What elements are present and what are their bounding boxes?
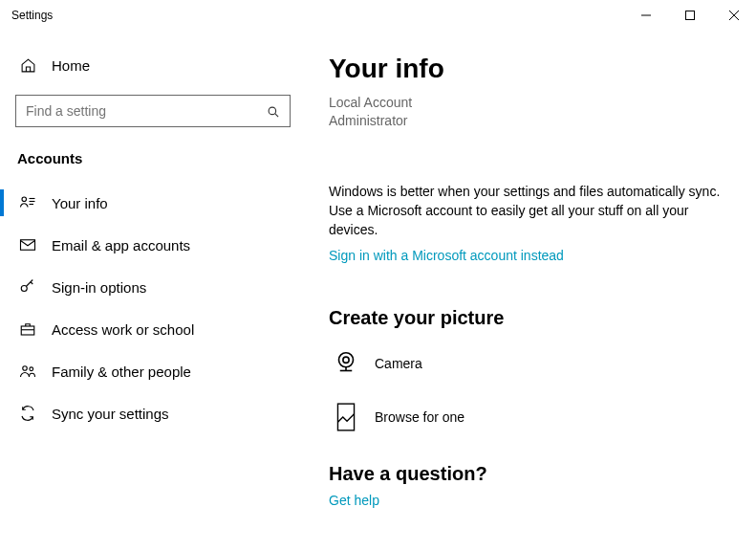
sidebar-item-sync-your-settings[interactable]: Sync your settings [0,392,306,434]
svg-point-11 [21,286,27,292]
main-content: Your info Local Account Administrator Wi… [306,31,756,551]
svg-point-6 [22,197,27,202]
svg-point-16 [339,352,354,366]
browse-label: Browse for one [375,409,464,425]
svg-point-17 [343,357,349,363]
page-title: Your info [329,54,729,84]
camera-label: Camera [375,356,422,371]
minimize-button[interactable] [624,0,668,31]
window-title: Settings [11,9,53,22]
create-picture-title: Create your picture [329,307,729,329]
sidebar-item-access-work-or-school[interactable]: Access work or school [0,308,306,350]
sidebar-item-sign-in-options[interactable]: Sign-in options [0,266,306,308]
svg-rect-1 [686,11,695,20]
sign-in-microsoft-link[interactable]: Sign in with a Microsoft account instead [329,248,564,263]
get-help-link[interactable]: Get help [329,493,379,508]
maximize-button[interactable] [668,0,712,31]
svg-rect-10 [21,240,35,251]
home-label: Home [52,57,90,74]
search-input[interactable] [26,103,265,119]
sidebar-item-label: Family & other people [52,364,191,380]
people-icon [17,363,38,380]
sidebar-item-label: Access work or school [52,321,194,338]
svg-rect-12 [21,326,34,335]
titlebar: Settings [0,0,756,31]
svg-line-5 [274,113,277,116]
browse-option[interactable]: Browse for one [329,400,729,434]
home-icon [17,57,38,74]
sidebar-item-email-app-accounts[interactable]: Email & app accounts [0,224,306,266]
section-header: Accounts [0,144,306,182]
camera-option[interactable]: Camera [329,346,729,381]
sidebar: Home Accounts Your info Email & app acco… [0,31,306,551]
home-button[interactable]: Home [0,48,306,83]
sync-description: Windows is better when your settings and… [329,182,729,240]
sidebar-item-your-info[interactable]: Your info [0,182,306,224]
sync-icon [17,405,38,422]
sidebar-item-label: Sync your settings [52,406,169,422]
person-detail-icon [17,194,38,211]
sidebar-item-label: Sign-in options [52,279,146,296]
svg-point-4 [269,107,276,115]
key-icon [17,278,38,296]
account-type-line1: Local Account [329,94,729,112]
sidebar-item-label: Email & app accounts [52,237,190,253]
sidebar-item-label: Your info [52,195,108,211]
svg-point-15 [30,367,33,371]
mail-icon [17,236,38,253]
search-input-container[interactable] [15,95,291,127]
search-icon [265,104,280,119]
browse-icon [329,400,363,434]
sidebar-item-family-other-people[interactable]: Family & other people [0,350,306,392]
have-a-question-title: Have a question? [329,463,729,485]
briefcase-icon [17,320,38,338]
close-button[interactable] [712,0,756,31]
account-type-line2: Administrator [329,112,729,130]
camera-icon [329,346,363,381]
svg-point-14 [23,366,28,371]
